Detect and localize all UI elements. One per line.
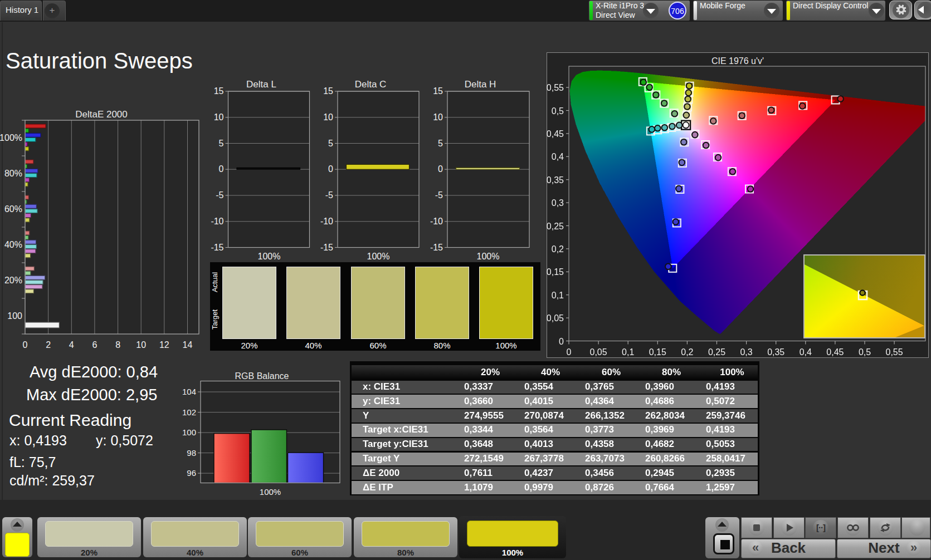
svg-text:5: 5 [438,139,443,148]
svg-text:Delta H: Delta H [465,79,496,90]
svg-text:2: 2 [46,340,51,350]
svg-text:0,15: 0,15 [649,347,666,357]
svg-text:0,4: 0,4 [552,152,564,161]
svg-text:0,15: 0,15 [547,267,564,277]
svg-text:10: 10 [136,340,146,350]
svg-text:10: 10 [214,112,224,122]
svg-text:6: 6 [92,340,97,350]
svg-text:0: 0 [567,347,572,357]
svg-text:15: 15 [214,86,224,96]
svg-text:0,05: 0,05 [547,313,564,323]
svg-text:0: 0 [219,164,224,174]
svg-text:0,2: 0,2 [552,244,564,254]
svg-text:0,35: 0,35 [547,175,564,185]
svg-text:0,1: 0,1 [622,347,634,357]
svg-text:100%: 100% [477,252,500,261]
svg-text:0,4: 0,4 [800,347,812,357]
svg-text:-15: -15 [320,243,333,252]
svg-text:0,05: 0,05 [590,347,607,357]
svg-text:100: 100 [182,428,196,437]
svg-text:100: 100 [7,311,22,321]
svg-text:Delta L: Delta L [246,79,276,90]
svg-text:4: 4 [69,340,74,350]
svg-text:14: 14 [183,340,193,350]
svg-text:102: 102 [182,407,196,417]
svg-text:80%: 80% [4,169,22,178]
svg-text:-10: -10 [430,217,443,226]
svg-text:8: 8 [115,340,120,350]
svg-text:-10: -10 [211,217,223,226]
svg-text:10: 10 [433,112,443,122]
svg-text:0,3: 0,3 [552,198,564,208]
svg-text:0,35: 0,35 [767,347,784,357]
svg-text:0,55: 0,55 [547,83,564,92]
svg-text:0: 0 [328,164,333,174]
svg-text:100%: 100% [260,487,281,497]
svg-text:0,3: 0,3 [740,347,752,357]
svg-text:-15: -15 [430,243,443,252]
svg-text:0: 0 [559,337,564,346]
svg-text:10: 10 [323,112,333,122]
svg-text:0,25: 0,25 [547,222,564,231]
svg-text:104: 104 [182,387,196,396]
svg-text:96: 96 [187,468,196,478]
svg-text:98: 98 [187,448,196,458]
svg-text:100%: 100% [258,252,281,261]
svg-text:15: 15 [433,86,443,96]
svg-text:40%: 40% [4,240,22,249]
svg-text:0: 0 [438,164,443,174]
svg-text:0,55: 0,55 [886,347,903,357]
svg-text:0,1: 0,1 [552,291,564,300]
svg-text:5: 5 [328,139,333,148]
svg-text:0,2: 0,2 [681,347,693,357]
svg-text:100%: 100% [367,252,390,261]
svg-text:-5: -5 [435,190,443,200]
svg-text:0,5: 0,5 [552,106,564,116]
svg-text:0,45: 0,45 [826,347,844,357]
svg-text:0,25: 0,25 [708,347,725,357]
svg-text:60%: 60% [4,204,22,214]
svg-text:20%: 20% [4,276,22,285]
svg-text:DeltaE 2000: DeltaE 2000 [75,109,128,120]
svg-text:12: 12 [159,340,169,350]
svg-text:0: 0 [23,340,28,350]
svg-text:-5: -5 [325,190,333,200]
svg-text:RGB Balance: RGB Balance [235,371,289,381]
svg-text:0,45: 0,45 [547,129,564,139]
svg-text:15: 15 [323,86,333,96]
svg-text:0,5: 0,5 [859,347,871,357]
svg-text:-5: -5 [216,190,223,200]
svg-text:-15: -15 [211,243,223,252]
svg-text:-10: -10 [320,217,333,226]
svg-text:Delta C: Delta C [355,79,387,90]
svg-text:100%: 100% [0,133,22,143]
svg-text:5: 5 [219,139,224,148]
